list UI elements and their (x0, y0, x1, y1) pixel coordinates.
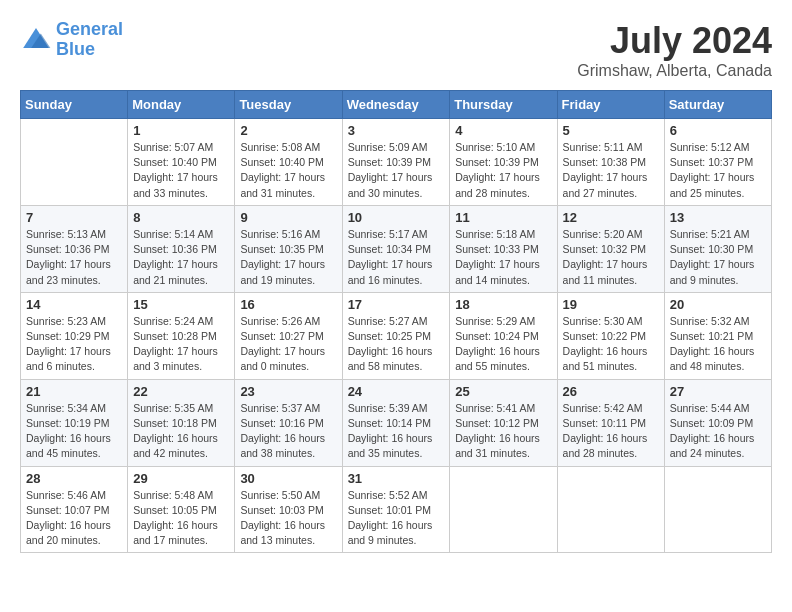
weekday-header-row: SundayMondayTuesdayWednesdayThursdayFrid… (21, 91, 772, 119)
calendar-day-cell: 7Sunrise: 5:13 AM Sunset: 10:36 PM Dayli… (21, 205, 128, 292)
day-info: Sunrise: 5:44 AM Sunset: 10:09 PM Daylig… (670, 401, 766, 462)
day-info: Sunrise: 5:37 AM Sunset: 10:16 PM Daylig… (240, 401, 336, 462)
day-number: 4 (455, 123, 551, 138)
weekday-header-cell: Wednesday (342, 91, 450, 119)
calendar: SundayMondayTuesdayWednesdayThursdayFrid… (20, 90, 772, 553)
calendar-day-cell: 27Sunrise: 5:44 AM Sunset: 10:09 PM Dayl… (664, 379, 771, 466)
day-info: Sunrise: 5:07 AM Sunset: 10:40 PM Daylig… (133, 140, 229, 201)
day-info: Sunrise: 5:48 AM Sunset: 10:05 PM Daylig… (133, 488, 229, 549)
logo: General Blue (20, 20, 123, 60)
calendar-body: 1Sunrise: 5:07 AM Sunset: 10:40 PM Dayli… (21, 119, 772, 553)
day-info: Sunrise: 5:23 AM Sunset: 10:29 PM Daylig… (26, 314, 122, 375)
day-info: Sunrise: 5:18 AM Sunset: 10:33 PM Daylig… (455, 227, 551, 288)
day-number: 14 (26, 297, 122, 312)
day-number: 30 (240, 471, 336, 486)
day-info: Sunrise: 5:41 AM Sunset: 10:12 PM Daylig… (455, 401, 551, 462)
header: General Blue July 2024 Grimshaw, Alberta… (20, 20, 772, 80)
calendar-day-cell: 10Sunrise: 5:17 AM Sunset: 10:34 PM Dayl… (342, 205, 450, 292)
calendar-day-cell: 22Sunrise: 5:35 AM Sunset: 10:18 PM Dayl… (128, 379, 235, 466)
calendar-day-cell: 8Sunrise: 5:14 AM Sunset: 10:36 PM Dayli… (128, 205, 235, 292)
day-number: 28 (26, 471, 122, 486)
calendar-day-cell: 31Sunrise: 5:52 AM Sunset: 10:01 PM Dayl… (342, 466, 450, 553)
day-info: Sunrise: 5:10 AM Sunset: 10:39 PM Daylig… (455, 140, 551, 201)
logo-icon (20, 24, 52, 56)
calendar-day-cell: 5Sunrise: 5:11 AM Sunset: 10:38 PM Dayli… (557, 119, 664, 206)
day-info: Sunrise: 5:35 AM Sunset: 10:18 PM Daylig… (133, 401, 229, 462)
day-number: 31 (348, 471, 445, 486)
day-info: Sunrise: 5:13 AM Sunset: 10:36 PM Daylig… (26, 227, 122, 288)
day-info: Sunrise: 5:46 AM Sunset: 10:07 PM Daylig… (26, 488, 122, 549)
day-info: Sunrise: 5:32 AM Sunset: 10:21 PM Daylig… (670, 314, 766, 375)
calendar-day-cell: 24Sunrise: 5:39 AM Sunset: 10:14 PM Dayl… (342, 379, 450, 466)
day-number: 2 (240, 123, 336, 138)
day-number: 10 (348, 210, 445, 225)
month-title: July 2024 (577, 20, 772, 62)
day-number: 12 (563, 210, 659, 225)
calendar-day-cell (664, 466, 771, 553)
calendar-day-cell: 26Sunrise: 5:42 AM Sunset: 10:11 PM Dayl… (557, 379, 664, 466)
day-info: Sunrise: 5:14 AM Sunset: 10:36 PM Daylig… (133, 227, 229, 288)
day-info: Sunrise: 5:29 AM Sunset: 10:24 PM Daylig… (455, 314, 551, 375)
calendar-day-cell: 28Sunrise: 5:46 AM Sunset: 10:07 PM Dayl… (21, 466, 128, 553)
day-info: Sunrise: 5:24 AM Sunset: 10:28 PM Daylig… (133, 314, 229, 375)
calendar-day-cell: 19Sunrise: 5:30 AM Sunset: 10:22 PM Dayl… (557, 292, 664, 379)
calendar-day-cell: 11Sunrise: 5:18 AM Sunset: 10:33 PM Dayl… (450, 205, 557, 292)
day-info: Sunrise: 5:17 AM Sunset: 10:34 PM Daylig… (348, 227, 445, 288)
day-number: 25 (455, 384, 551, 399)
day-number: 27 (670, 384, 766, 399)
calendar-day-cell: 13Sunrise: 5:21 AM Sunset: 10:30 PM Dayl… (664, 205, 771, 292)
day-info: Sunrise: 5:50 AM Sunset: 10:03 PM Daylig… (240, 488, 336, 549)
day-number: 24 (348, 384, 445, 399)
calendar-day-cell (450, 466, 557, 553)
calendar-week-row: 1Sunrise: 5:07 AM Sunset: 10:40 PM Dayli… (21, 119, 772, 206)
calendar-day-cell: 21Sunrise: 5:34 AM Sunset: 10:19 PM Dayl… (21, 379, 128, 466)
calendar-day-cell: 29Sunrise: 5:48 AM Sunset: 10:05 PM Dayl… (128, 466, 235, 553)
day-number: 23 (240, 384, 336, 399)
calendar-day-cell (21, 119, 128, 206)
location-title: Grimshaw, Alberta, Canada (577, 62, 772, 80)
day-number: 17 (348, 297, 445, 312)
day-number: 8 (133, 210, 229, 225)
day-number: 21 (26, 384, 122, 399)
calendar-day-cell: 4Sunrise: 5:10 AM Sunset: 10:39 PM Dayli… (450, 119, 557, 206)
weekday-header-cell: Thursday (450, 91, 557, 119)
day-info: Sunrise: 5:39 AM Sunset: 10:14 PM Daylig… (348, 401, 445, 462)
calendar-day-cell: 12Sunrise: 5:20 AM Sunset: 10:32 PM Dayl… (557, 205, 664, 292)
day-number: 13 (670, 210, 766, 225)
calendar-day-cell: 14Sunrise: 5:23 AM Sunset: 10:29 PM Dayl… (21, 292, 128, 379)
calendar-week-row: 14Sunrise: 5:23 AM Sunset: 10:29 PM Dayl… (21, 292, 772, 379)
weekday-header-cell: Friday (557, 91, 664, 119)
day-number: 15 (133, 297, 229, 312)
day-info: Sunrise: 5:12 AM Sunset: 10:37 PM Daylig… (670, 140, 766, 201)
day-info: Sunrise: 5:09 AM Sunset: 10:39 PM Daylig… (348, 140, 445, 201)
calendar-week-row: 28Sunrise: 5:46 AM Sunset: 10:07 PM Dayl… (21, 466, 772, 553)
calendar-day-cell: 17Sunrise: 5:27 AM Sunset: 10:25 PM Dayl… (342, 292, 450, 379)
calendar-day-cell: 9Sunrise: 5:16 AM Sunset: 10:35 PM Dayli… (235, 205, 342, 292)
day-number: 26 (563, 384, 659, 399)
calendar-week-row: 7Sunrise: 5:13 AM Sunset: 10:36 PM Dayli… (21, 205, 772, 292)
calendar-week-row: 21Sunrise: 5:34 AM Sunset: 10:19 PM Dayl… (21, 379, 772, 466)
day-number: 22 (133, 384, 229, 399)
weekday-header-cell: Monday (128, 91, 235, 119)
title-area: July 2024 Grimshaw, Alberta, Canada (577, 20, 772, 80)
day-info: Sunrise: 5:08 AM Sunset: 10:40 PM Daylig… (240, 140, 336, 201)
day-info: Sunrise: 5:20 AM Sunset: 10:32 PM Daylig… (563, 227, 659, 288)
day-info: Sunrise: 5:27 AM Sunset: 10:25 PM Daylig… (348, 314, 445, 375)
day-number: 19 (563, 297, 659, 312)
day-info: Sunrise: 5:42 AM Sunset: 10:11 PM Daylig… (563, 401, 659, 462)
day-number: 18 (455, 297, 551, 312)
logo-text: General Blue (56, 20, 123, 60)
day-info: Sunrise: 5:16 AM Sunset: 10:35 PM Daylig… (240, 227, 336, 288)
calendar-day-cell: 25Sunrise: 5:41 AM Sunset: 10:12 PM Dayl… (450, 379, 557, 466)
day-info: Sunrise: 5:26 AM Sunset: 10:27 PM Daylig… (240, 314, 336, 375)
day-number: 6 (670, 123, 766, 138)
day-number: 5 (563, 123, 659, 138)
day-number: 11 (455, 210, 551, 225)
day-info: Sunrise: 5:21 AM Sunset: 10:30 PM Daylig… (670, 227, 766, 288)
calendar-day-cell: 15Sunrise: 5:24 AM Sunset: 10:28 PM Dayl… (128, 292, 235, 379)
day-info: Sunrise: 5:52 AM Sunset: 10:01 PM Daylig… (348, 488, 445, 549)
day-info: Sunrise: 5:30 AM Sunset: 10:22 PM Daylig… (563, 314, 659, 375)
calendar-day-cell: 3Sunrise: 5:09 AM Sunset: 10:39 PM Dayli… (342, 119, 450, 206)
calendar-day-cell: 16Sunrise: 5:26 AM Sunset: 10:27 PM Dayl… (235, 292, 342, 379)
calendar-day-cell: 23Sunrise: 5:37 AM Sunset: 10:16 PM Dayl… (235, 379, 342, 466)
